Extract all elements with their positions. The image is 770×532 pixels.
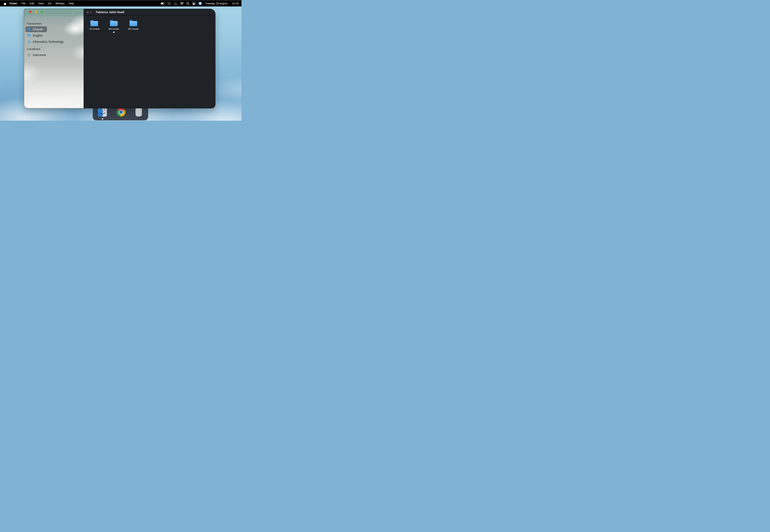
chrome-logo — [117, 108, 125, 117]
menu-finder[interactable]: Finder — [10, 2, 17, 5]
home-icon — [27, 27, 31, 31]
folder-grid: 7th Grade 8th Grade — [86, 19, 142, 33]
dock-active-indicator — [102, 118, 103, 120]
sidebar-item-label: Diniyah — [33, 28, 43, 31]
control-center-icon[interactable] — [192, 2, 196, 5]
finder-window: Favourites Diniyah — [24, 9, 215, 108]
battery-icon[interactable] — [161, 2, 165, 5]
link-icon — [27, 40, 31, 44]
close-button[interactable] — [29, 10, 32, 13]
sidebar-item-english[interactable]: English — [25, 33, 43, 38]
back-button[interactable]: < — [87, 11, 89, 14]
zoom-button[interactable] — [40, 10, 43, 13]
input-source-icon[interactable]: A — [167, 2, 171, 5]
menu-go[interactable]: Go — [48, 2, 51, 5]
sidebar: Favourites Diniyah — [24, 9, 84, 108]
dock-finder-icon[interactable] — [98, 108, 107, 117]
folder-icon — [129, 19, 138, 27]
wifi-icon[interactable] — [180, 2, 184, 5]
sidebar-item-informatics-technology[interactable]: Informatics Technology — [25, 39, 63, 45]
menu-file[interactable]: File — [21, 2, 26, 5]
menu-edit[interactable]: Edit — [30, 2, 34, 5]
window-title: Fabianux Jafati Abadi — [96, 11, 124, 14]
menu-help[interactable]: Help — [69, 2, 74, 5]
folder-icon — [90, 19, 99, 27]
sidebar-section-locations: Locations — [27, 47, 40, 51]
apple-menu-icon[interactable] — [4, 2, 6, 5]
sidebar-item-label: English — [33, 34, 43, 37]
sunrise-icon[interactable] — [173, 2, 177, 5]
dock-chrome-icon[interactable] — [117, 108, 125, 117]
minimize-button[interactable] — [35, 10, 37, 13]
window-content: < > Fabianux Jafati Abadi — [84, 9, 215, 108]
forward-button[interactable]: > — [90, 11, 92, 14]
trash-basket — [135, 108, 142, 117]
search-icon[interactable] — [186, 2, 189, 5]
traffic-lights — [29, 10, 43, 13]
menu-clock[interactable]: 15:18 — [232, 2, 238, 5]
folder-8th-grade[interactable]: 8th Grade — [105, 19, 122, 33]
menu-bar: Finder File Edit View Go Window Help A — [0, 0, 241, 6]
folder-label: 8th Grade — [105, 28, 122, 30]
menu-window[interactable]: Window — [55, 2, 64, 5]
window-titlebar[interactable]: < > Fabianux Jafati Abadi — [84, 9, 210, 16]
sidebar-section-favourites: Favourites — [27, 22, 42, 25]
globe-icon — [27, 53, 31, 57]
siri-icon[interactable] — [198, 2, 202, 5]
dock-trash-icon[interactable] — [135, 108, 142, 117]
open-folder-indicator — [113, 32, 115, 33]
folder-label: 9th Grade — [125, 28, 142, 30]
folder-label: 7th Grade — [86, 28, 103, 30]
sidebar-item-label: Informatics Technology — [33, 40, 63, 44]
menu-date[interactable]: Tuesday, 20 August — [205, 2, 227, 5]
desktop: Finder File Edit View Go Window Help A — [0, 0, 241, 121]
menu-view[interactable]: View — [38, 2, 44, 5]
folder-icon — [109, 19, 118, 27]
beacon-icon — [27, 34, 31, 38]
folder-9th-grade[interactable]: 9th Grade — [125, 19, 142, 33]
sidebar-item-label: Indonesia — [33, 53, 46, 57]
sidebar-item-diniyah[interactable]: Diniyah — [25, 26, 47, 32]
folder-7th-grade[interactable]: 7th Grade — [86, 19, 103, 33]
sidebar-item-indonesia[interactable]: Indonesia — [25, 52, 46, 58]
